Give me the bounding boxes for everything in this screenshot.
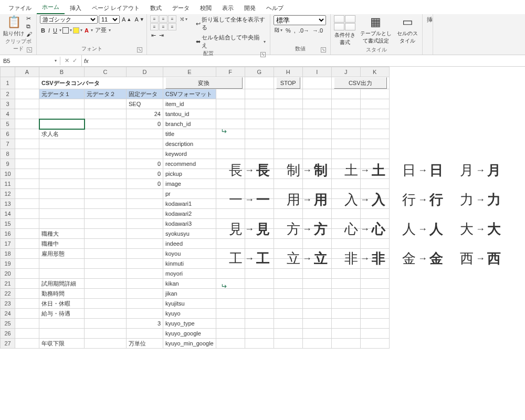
cell[interactable]: kyuyo_type bbox=[163, 319, 216, 329]
bold-button[interactable]: B bbox=[40, 27, 46, 34]
cell[interactable]: pickup bbox=[163, 169, 216, 179]
cell[interactable] bbox=[85, 159, 127, 169]
row-header[interactable]: 21 bbox=[1, 279, 15, 289]
cell[interactable] bbox=[127, 199, 163, 209]
row-header[interactable]: 26 bbox=[1, 329, 15, 339]
column-header[interactable]: J bbox=[331, 67, 360, 77]
cell[interactable] bbox=[127, 229, 163, 239]
row-header[interactable]: 7 bbox=[1, 139, 15, 149]
cell[interactable]: 職種大 bbox=[39, 229, 85, 239]
cell[interactable]: pr bbox=[163, 189, 216, 199]
align-buttons[interactable]: ≡≡≡ ≡≡≡ bbox=[150, 15, 176, 30]
currency-button[interactable]: ₪▾ bbox=[274, 26, 284, 34]
cell[interactable]: jikan bbox=[163, 289, 216, 299]
cell[interactable]: kyuyo_min_google bbox=[163, 339, 216, 349]
row-header[interactable]: 3 bbox=[1, 99, 15, 109]
column-header[interactable]: C bbox=[85, 67, 127, 77]
cell[interactable] bbox=[85, 139, 127, 149]
format-as-table-button[interactable]: ▦ テーブルとして書式設定 bbox=[358, 15, 394, 45]
cell[interactable]: kodawari3 bbox=[163, 219, 216, 229]
cell[interactable] bbox=[127, 329, 163, 339]
dialog-launcher-icon[interactable]: ⤡ bbox=[27, 47, 32, 52]
cell[interactable] bbox=[127, 289, 163, 299]
row-header[interactable]: 4 bbox=[1, 109, 15, 119]
cell[interactable]: tantou_id bbox=[163, 109, 216, 119]
number-format-select[interactable]: 標準 bbox=[274, 15, 326, 25]
menu-item[interactable]: データ bbox=[167, 2, 195, 14]
row-header[interactable]: 19 bbox=[1, 259, 15, 269]
cell[interactable]: SEQ bbox=[127, 99, 163, 109]
cell[interactable] bbox=[39, 189, 85, 199]
menu-item[interactable]: ホーム bbox=[37, 1, 65, 14]
cell[interactable]: keyword bbox=[163, 149, 216, 159]
cell[interactable]: 3 bbox=[127, 319, 163, 329]
cell[interactable] bbox=[39, 99, 85, 109]
cell[interactable] bbox=[85, 309, 127, 319]
cell[interactable] bbox=[85, 129, 127, 139]
cell[interactable]: 0 bbox=[127, 159, 163, 169]
insert-button[interactable]: 挿 bbox=[426, 15, 434, 24]
cell[interactable] bbox=[85, 329, 127, 339]
row-header[interactable]: 10 bbox=[1, 169, 15, 179]
cell[interactable]: kodawari2 bbox=[163, 209, 216, 219]
cell[interactable]: syokusyu bbox=[163, 229, 216, 239]
format-painter-icon[interactable]: 🖌 bbox=[26, 31, 32, 37]
row-header[interactable]: 5 bbox=[1, 119, 15, 129]
row-header[interactable]: 22 bbox=[1, 289, 15, 299]
column-header[interactable]: E bbox=[163, 67, 216, 77]
cell[interactable]: 勤務時間 bbox=[39, 289, 85, 299]
cell[interactable] bbox=[39, 319, 85, 329]
column-header[interactable]: D bbox=[127, 67, 163, 77]
comma-button[interactable]: , bbox=[293, 27, 297, 34]
row-header[interactable]: 8 bbox=[1, 149, 15, 159]
cell[interactable]: recommend bbox=[163, 159, 216, 169]
column-header[interactable]: G bbox=[245, 67, 274, 77]
stop-button[interactable]: STOP bbox=[276, 77, 300, 89]
cell[interactable] bbox=[39, 139, 85, 149]
cell[interactable]: branch_id bbox=[163, 119, 216, 129]
increase-font-icon[interactable]: A▲ bbox=[121, 16, 132, 23]
row-header[interactable]: 14 bbox=[1, 209, 15, 219]
convert-button[interactable]: 変換 bbox=[165, 77, 243, 89]
cell[interactable]: 万単位 bbox=[127, 339, 163, 349]
cell[interactable]: kyuyo_google bbox=[163, 329, 216, 339]
column-header[interactable]: B bbox=[39, 67, 85, 77]
menu-item[interactable]: 校閲 bbox=[195, 2, 217, 14]
merge-center-button[interactable]: ⬌セルを結合して中央揃え▾ bbox=[195, 33, 267, 50]
cell[interactable]: moyori bbox=[163, 269, 216, 279]
cell[interactable] bbox=[85, 99, 127, 109]
font-size-select[interactable]: 11 bbox=[99, 15, 120, 24]
cell[interactable]: kodawari1 bbox=[163, 199, 216, 209]
cell[interactable]: 職種中 bbox=[39, 239, 85, 249]
cell[interactable] bbox=[85, 239, 127, 249]
menu-item[interactable]: ヘルプ bbox=[261, 2, 289, 14]
cell[interactable] bbox=[85, 219, 127, 229]
cell[interactable] bbox=[127, 219, 163, 229]
cell[interactable] bbox=[39, 119, 85, 129]
cell[interactable] bbox=[127, 249, 163, 259]
cell[interactable] bbox=[85, 249, 127, 259]
cancel-icon[interactable]: ✕ bbox=[65, 57, 69, 64]
cell[interactable] bbox=[39, 209, 85, 219]
cell[interactable] bbox=[85, 319, 127, 329]
decrease-font-icon[interactable]: A▼ bbox=[133, 16, 145, 23]
cell[interactable] bbox=[39, 109, 85, 119]
cell[interactable]: description bbox=[163, 139, 216, 149]
cell[interactable] bbox=[39, 269, 85, 279]
orientation-button[interactable]: ⤭▾ bbox=[178, 15, 188, 23]
cell[interactable] bbox=[85, 299, 127, 309]
cell[interactable]: 求人名 bbox=[39, 129, 85, 139]
conditional-format-button[interactable]: 条件付き書式 bbox=[334, 15, 355, 46]
cell[interactable] bbox=[127, 209, 163, 219]
menu-item[interactable]: 挿入 bbox=[65, 2, 87, 14]
row-header[interactable]: 9 bbox=[1, 159, 15, 169]
cell[interactable]: 給与・待遇 bbox=[39, 309, 85, 319]
cell[interactable] bbox=[85, 149, 127, 159]
row-header[interactable]: 11 bbox=[1, 179, 15, 189]
cell[interactable]: kikan bbox=[163, 279, 216, 289]
cell[interactable] bbox=[85, 169, 127, 179]
decrease-indent-button[interactable]: ⇤ bbox=[150, 32, 157, 39]
row-header[interactable]: 2 bbox=[1, 89, 15, 99]
confirm-icon[interactable]: ✓ bbox=[72, 57, 77, 64]
row-header[interactable]: 24 bbox=[1, 309, 15, 319]
